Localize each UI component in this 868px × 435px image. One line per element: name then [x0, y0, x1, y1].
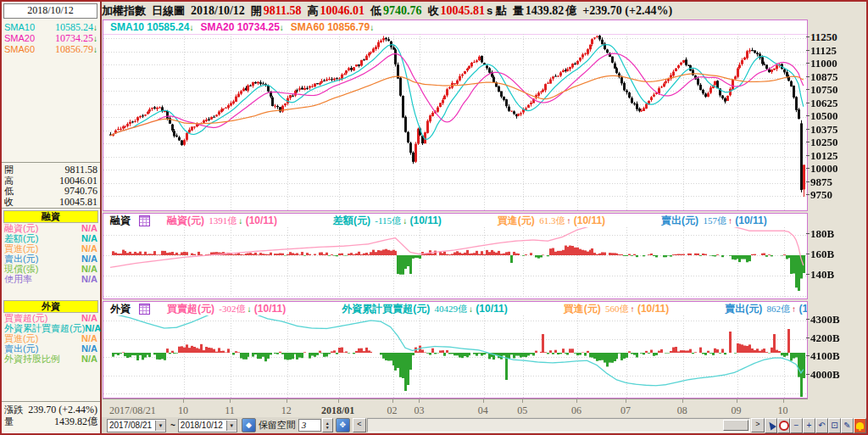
margin-info-row: 使用率N/A: [4, 274, 97, 284]
y-axis-label: 10875: [810, 70, 865, 83]
pointer-icon[interactable]: [765, 418, 777, 433]
draw-icon[interactable]: ✎: [841, 418, 854, 433]
y-axis-label: 140B: [810, 268, 865, 281]
margin-title: 融資: [110, 214, 131, 227]
reserve-space-spinner[interactable]: 3 ▲▼: [298, 418, 333, 432]
margin-stat: 融資(元) 1391億↓ (10/11): [167, 214, 277, 227]
scrollbar-thumb[interactable]: [723, 420, 748, 431]
close-label: 收: [428, 3, 439, 19]
chart-type-label: 日線圖: [152, 3, 185, 19]
index-title: 加權指數: [102, 3, 146, 19]
margin-info-row: 差額(元)N/A: [4, 233, 97, 243]
price-legend: SMA10 10585.24↓SMA20 10734.25↓SMA60 1085…: [103, 20, 807, 35]
foreign-stat: 外資累計買賣超(元) 40429億↓ (10/11): [342, 302, 508, 315]
margin-info-row: 融資(元)N/A: [4, 223, 97, 233]
undo-icon[interactable]: ↶: [815, 418, 828, 433]
date-to-value: 2018/10/12: [179, 421, 226, 430]
x-axis-label: 09: [732, 404, 742, 417]
date-to-combo[interactable]: 2018/10/12 ▼: [178, 419, 237, 432]
foreign-info-row: 外資持股比例N/A: [4, 354, 97, 364]
y-axis-label: 10250: [810, 136, 865, 148]
x-axis-tick: [483, 399, 484, 403]
zoom-in-icon[interactable]: +: [803, 418, 815, 433]
x-axis-tick: [392, 399, 393, 403]
pointer-tool-icon[interactable]: ✥: [336, 418, 350, 432]
open-value: 9811.58: [264, 4, 302, 18]
x-axis-label: 02: [387, 404, 398, 417]
alert-bell-icon[interactable]: [854, 418, 866, 433]
date-range-separator: ~: [170, 421, 175, 430]
x-axis-tick: [230, 399, 231, 403]
margin-section-title: 融資: [3, 210, 98, 223]
x-axis-tick: [576, 399, 577, 403]
zoom-out-icon[interactable]: −: [790, 418, 803, 433]
sidebar-divider: [2, 162, 100, 163]
foreign-panel-header: 外資買賣超(元) -302億↓ (10/11)外資累計買賣超(元) 40429億…: [103, 302, 807, 315]
ohlc-row: 低9740.76: [4, 186, 97, 196]
x-axis-label: 08: [677, 404, 687, 417]
margin-info-row: 賣出(元)N/A: [4, 254, 97, 264]
margin-stat: 賣出(元) 157億↑ (10/11): [661, 214, 767, 227]
y-axis-label: 11000: [810, 57, 865, 70]
clock-icon[interactable]: [777, 418, 790, 433]
x-axis-tick: [737, 399, 737, 403]
date-to-dropdown-icon[interactable]: ▼: [226, 421, 236, 431]
quote-date: 2018/10/12: [191, 4, 245, 18]
foreign-stat: 買賣超(元) -302億↓ (10/11): [167, 302, 286, 315]
y-axis-label: 160B: [810, 248, 865, 260]
close-value: 10045.81: [441, 4, 486, 18]
foreign-info-row: 外資累計買賣超(元)N/A: [4, 323, 97, 333]
margin-stat: 買進(元) 61.3億↑ (10/11): [498, 214, 605, 227]
grid-settings-icon[interactable]: [139, 304, 150, 315]
sidebar-divider: [2, 401, 100, 402]
y-axis-label: 4300B: [810, 313, 865, 326]
foreign-info-row: 賣出(元)N/A: [4, 343, 97, 354]
x-axis-tick: [338, 399, 339, 403]
x-axis-label: 10: [178, 404, 188, 417]
margin-panel: 融資融資(元) 1391億↓ (10/11)差額(元) -115億↓ (10/1…: [103, 213, 808, 299]
scroll-left-button[interactable]: <: [353, 418, 366, 432]
title-bar: 加權指數 日線圖 2018/10/12 開 9811.58 高 10046.01…: [102, 3, 866, 20]
sidebar-divider: [2, 208, 100, 209]
y-axis-label: 9875: [810, 176, 865, 188]
foreign-panel: 外資買賣超(元) -302億↓ (10/11)外資累計買賣超(元) 40429億…: [103, 301, 808, 399]
x-axis-tick: [783, 399, 784, 403]
scroll-right-button[interactable]: >: [751, 418, 765, 432]
margin-chart-canvas[interactable]: [103, 227, 807, 298]
x-axis-label: 11: [225, 404, 235, 417]
x-axis-label: 10: [778, 404, 788, 417]
date-from-dropdown-icon[interactable]: ▼: [155, 421, 165, 431]
time-axis: 2017/08/211011122018/0102030405060708091…: [103, 399, 808, 417]
stock-chart-app: 2018/10/12 SMA1010585.24↓SMA2010734.25↓S…: [0, 0, 868, 435]
legend-item-sma20: SMA20 10734.25↓: [200, 21, 283, 33]
open-label: 開: [251, 3, 262, 19]
foreign-section-title: 外資: [3, 300, 98, 313]
chart-tool-icon[interactable]: ◆: [242, 418, 256, 432]
high-value: 10046.01: [320, 4, 365, 18]
volume-unit: 億: [565, 3, 576, 19]
grid-settings-icon[interactable]: [139, 215, 150, 226]
change-value: +239.70 (+2.44%): [582, 4, 672, 18]
reserve-space-value[interactable]: 3: [298, 419, 321, 432]
y-axis-label: 4100B: [810, 349, 865, 362]
sidebar-date: 2018/10/12: [3, 3, 97, 19]
y-axis-label: 180B: [810, 227, 865, 240]
margin-stat: 差額(元) -115億↓ (10/11): [333, 214, 442, 227]
fit-icon[interactable]: ⊡: [828, 418, 841, 433]
scrollbar-track[interactable]: [367, 418, 750, 432]
x-axis-tick: [626, 399, 626, 403]
x-axis-label: 07: [620, 404, 631, 417]
foreign-stat: 買進(元) 560億↑ (10/11): [564, 302, 670, 315]
x-axis-tick: [682, 399, 683, 403]
y-axis-label: 4000B: [810, 368, 865, 381]
price-chart-canvas[interactable]: [103, 34, 807, 211]
x-axis-label: 06: [571, 404, 581, 417]
y-axis-label: 4200B: [810, 332, 865, 344]
x-axis-tick: [419, 399, 420, 403]
foreign-chart-canvas[interactable]: [103, 315, 807, 398]
sma-row-sma20: SMA2010734.25↓: [4, 33, 97, 43]
legend-item-sma10: SMA10 10585.24↓: [110, 21, 193, 33]
sidebar: 2018/10/12 SMA1010585.24↓SMA2010734.25↓S…: [2, 2, 102, 433]
date-from-combo[interactable]: 2017/08/21 ▼: [107, 419, 166, 432]
spinner-arrows-icon[interactable]: ▲▼: [322, 418, 333, 432]
